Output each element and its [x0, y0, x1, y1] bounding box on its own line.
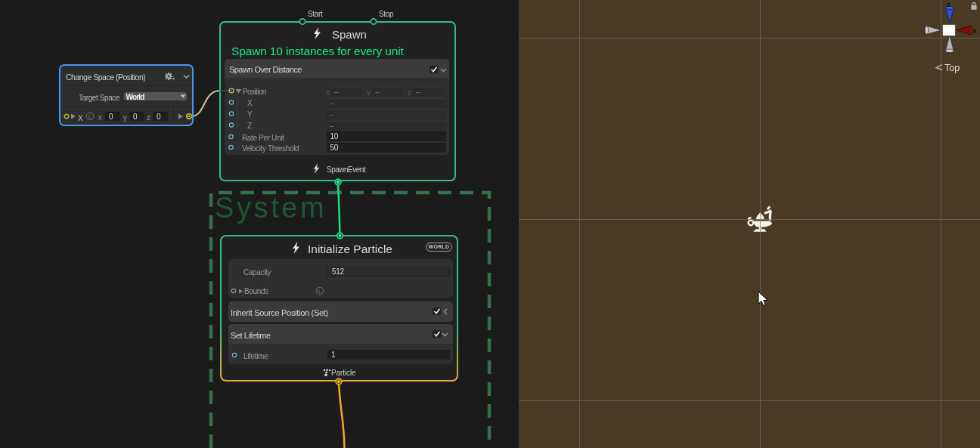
svg-text:x: x — [973, 27, 977, 35]
svg-text:z: z — [947, 1, 951, 8]
